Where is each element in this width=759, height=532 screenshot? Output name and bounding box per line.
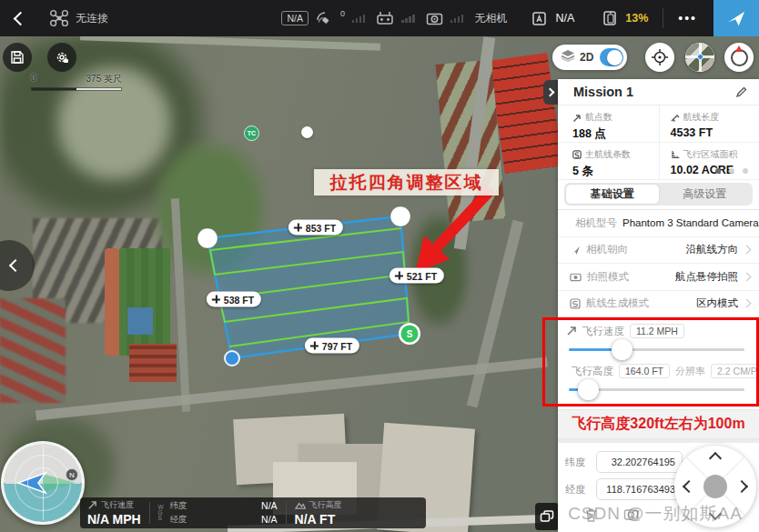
gear-icon [55,50,70,65]
panel-bottom-icons [584,507,639,523]
map-poi-badge: TC [244,125,259,141]
edge-label-top[interactable]: 853 FT [288,220,343,236]
row-camera-model[interactable]: 相机型号 Phantom 3 Standard Camera [558,210,759,237]
camera-heading-icon [570,245,581,256]
row-camera-heading[interactable]: 相机朝向 沿航线方向 [558,237,759,265]
minimap-position-dot [697,54,703,60]
longitude-input[interactable]: 118.716763493 [596,478,683,500]
back-button[interactable] [0,0,36,36]
telemetry-altitude: 飞行高度 N/A FT [295,499,342,527]
flight-mode-icon [531,11,548,26]
battery-icon [602,10,618,26]
gimbal-heading-button[interactable] [724,43,754,72]
attitude-compass: N [1,441,85,525]
latitude-input[interactable]: 32.202764195 [596,451,683,473]
telemetry-lat-value: N/A [197,500,278,512]
edge-label-left[interactable]: 538 FT [207,292,261,307]
map-settings-button[interactable] [47,43,76,72]
stats-page-dots[interactable] [715,168,748,174]
chevron-right-icon [743,299,752,308]
gps-signal-bars-icon [352,15,366,23]
locate-button[interactable] [645,43,674,72]
layers-icon [561,49,575,65]
row-route-mode[interactable]: 航线生成模式 区内模式 [558,291,759,318]
camera-signal-icon [426,12,443,25]
nudge-up-button[interactable] [709,452,722,465]
flight-mode-value: N/A [555,12,574,25]
photo-icon[interactable] [623,507,639,521]
panel-collapse-tab[interactable] [543,80,559,105]
settings-tabs: 基础设置 高级设置 [558,178,759,210]
map-poi-dot [301,126,313,138]
gps-count: 0 [340,9,345,18]
altitude-note: 飞行高度320ft左右为100m [558,409,759,439]
screenshot-button[interactable] [535,503,559,530]
nudge-right-button[interactable] [735,480,748,493]
stat-area: 飞行区域面积 10.02 ACRE [659,143,759,180]
drag-icon [294,224,302,232]
north-badge: N [66,468,78,481]
stat-route-length: 航线长度 4533 FT [659,105,759,143]
remote-controller-icon [376,11,394,25]
speed-slider-thumb[interactable] [612,339,632,360]
edit-pencil-icon[interactable] [735,85,748,98]
map-stadium-field [119,248,170,356]
nudge-down-button[interactable] [709,507,722,520]
save-mission-button[interactable] [3,43,32,72]
tab-advanced-settings[interactable]: 高级设置 [659,185,752,204]
altitude-slider[interactable] [569,388,744,391]
more-menu-button[interactable]: ••• [678,11,697,25]
edge-label-bottom[interactable]: 797 FT [305,338,359,354]
trash-icon[interactable] [584,507,598,523]
map-red-blocks-bottomleft [0,298,66,403]
speed-value-box[interactable]: 11.2 MPH [630,324,684,338]
back-chevron-icon [13,11,27,25]
flight-sliders: 飞行速度 11.2 MPH 飞行高度 164.0 FT 分辨率 2.2 CM/P… [558,317,759,406]
top-status-bar: 无连接 N/A 0 无相机 N/A [0,0,759,36]
camera-signal-bars-icon [450,15,464,23]
camera-status: 无相机 [474,11,507,26]
drag-icon [395,272,403,280]
telemetry-alt-value: N/A FT [295,512,342,527]
gps-satellite-icon [316,11,332,25]
wgs-label: WGS [158,505,166,521]
annotation-callout: 拉托四角调整区域 [314,169,499,196]
route-mode-icon [570,298,581,309]
telemetry-lng-value: N/A [197,514,278,526]
battery-percent: 13% [625,12,648,25]
nudge-center-button[interactable] [703,475,727,498]
stat-main-lines: 主航线条数 5 条 [558,143,659,180]
altitude-value-box[interactable]: 164.0 FT [619,364,670,378]
settings-rows: 相机型号 Phantom 3 Standard Camera 相机朝向 沿航线方… [558,210,759,317]
topbar-divider [663,8,663,28]
speed-slider[interactable] [569,348,744,351]
map-2d-toggle[interactable] [600,48,623,66]
edge-label-right[interactable]: 521 FT [390,268,444,284]
minimap-thumbnail [685,43,714,72]
takeoff-button[interactable] [713,0,759,36]
speed-icon [87,500,97,510]
telemetry-speed-value: N/A MPH [87,512,141,527]
nudge-left-button[interactable] [683,480,695,493]
tab-basic-settings[interactable]: 基础设置 [566,185,659,204]
mission-panel: Mission 1 航点数 188 点 航线长度 4533 FT 主航线条数 5 [558,79,759,532]
mode-na-badge: N/A [281,11,309,25]
connection-status: 无连接 [76,11,108,26]
telemetry-bar: 飞行速度 N/A MPH WGS 纬度N/A 经度N/A 飞行高度 N/A FT [80,497,426,528]
compass-vertical-line [43,446,44,520]
route-length-icon [671,113,680,122]
flight-speed-icon [566,326,577,336]
altitude-slider-thumb[interactable] [578,379,599,400]
chevron-left-icon [9,259,22,272]
airplane-icon [726,9,746,27]
rc-signal-bars-icon [401,15,415,23]
map-stadium-track [105,248,119,356]
map-red-grid-right [490,53,563,174]
nudge-dpad [674,446,756,527]
map-2d-label: 2D [580,51,593,64]
chevron-right-icon [546,88,555,97]
minimap-button[interactable] [685,43,714,72]
waypoint-icon [572,113,582,122]
row-photo-mode[interactable]: 拍照模式 航点悬停拍照 [558,264,759,291]
stat-waypoints: 航点数 188 点 [558,105,659,143]
